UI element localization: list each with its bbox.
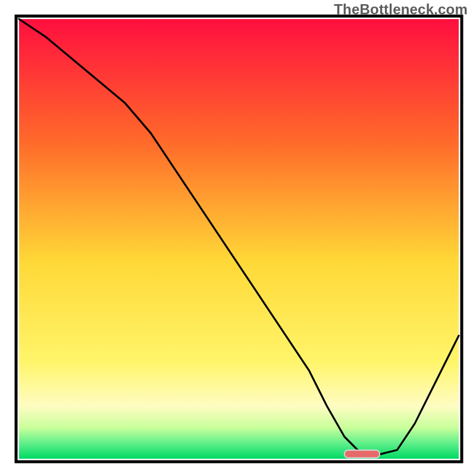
plot-background <box>19 19 459 459</box>
watermark-text: TheBottleneck.com <box>334 1 468 18</box>
optimum-marker <box>345 450 380 458</box>
chart-svg <box>0 0 476 476</box>
